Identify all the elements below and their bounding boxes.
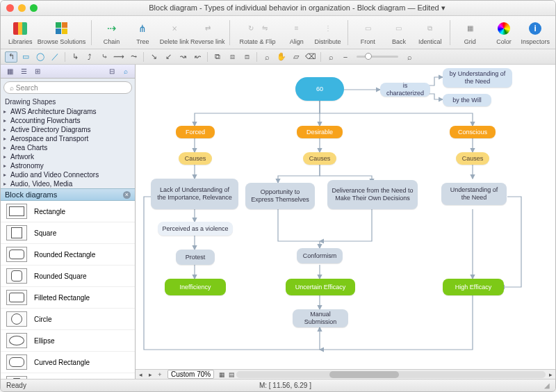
- category-item[interactable]: Artwork: [1, 152, 135, 161]
- canvas[interactable]: 60 is characterized by Understanding of …: [136, 65, 555, 379]
- category-item[interactable]: Active Directory Diagrams: [1, 125, 135, 134]
- connector-tool-5[interactable]: ⤳: [127, 51, 140, 63]
- node-forced[interactable]: Forced: [176, 126, 215, 138]
- zoom-minus-icon[interactable]: −: [339, 51, 352, 63]
- node-understanding[interactable]: Understanding of the Need: [441, 183, 507, 205]
- path-tool-1[interactable]: ↘: [147, 51, 160, 63]
- group-tool-3[interactable]: ⧈: [240, 51, 253, 63]
- shape-item[interactable]: Rectangle: [1, 201, 135, 222]
- ellipse-tool[interactable]: ◯: [34, 51, 47, 63]
- node-causes-2[interactable]: Causes: [303, 152, 336, 165]
- connector-tool-2[interactable]: ⤴: [83, 51, 96, 63]
- reverse-link-button[interactable]: ⇄ Reverse link: [192, 20, 224, 45]
- crop-tool[interactable]: ▱: [290, 51, 302, 63]
- shape-item[interactable]: Rounded Rectangle: [1, 244, 135, 266]
- category-item[interactable]: Area Charts: [1, 143, 135, 152]
- view-3-icon[interactable]: ⊞: [31, 66, 44, 77]
- view-2-icon[interactable]: ☰: [17, 66, 30, 77]
- chain-button[interactable]: ⇢ Chain: [97, 20, 126, 45]
- node-opportunity[interactable]: Opportunity to Express Themselves: [245, 183, 315, 209]
- hand-tool[interactable]: ✋: [275, 51, 288, 63]
- search-placeholder: Search: [16, 84, 38, 92]
- sidebar-search-icon[interactable]: ⌕: [120, 66, 132, 77]
- shape-item[interactable]: Rounded Square: [1, 266, 135, 287]
- libraries-button[interactable]: Libraries: [6, 20, 35, 45]
- close-window-button[interactable]: [6, 4, 14, 12]
- path-tool-2[interactable]: ↙: [162, 51, 174, 63]
- view-1-icon[interactable]: ▦: [3, 66, 16, 77]
- scroll-right-button[interactable]: ▸: [546, 371, 555, 378]
- view-mode-2[interactable]: ▤: [227, 371, 236, 378]
- node-inefficiency[interactable]: Inefficiency: [165, 279, 226, 295]
- category-item[interactable]: Audio and Video Connectors: [1, 170, 135, 179]
- shape-item[interactable]: Hexagon: [1, 373, 135, 379]
- node-causes-3[interactable]: Causes: [456, 152, 489, 165]
- shape-item[interactable]: Square: [1, 222, 135, 244]
- distribute-button[interactable]: ⋮ Distribute: [313, 20, 342, 45]
- shape-item[interactable]: Ellipse: [1, 330, 135, 352]
- connector-tool-3[interactable]: ⤷: [98, 51, 111, 63]
- grid-button[interactable]: ▦ Grid: [456, 20, 484, 45]
- shape-item[interactable]: Filleted Rectangle: [1, 287, 135, 309]
- node-by-will[interactable]: by the Will: [443, 94, 491, 106]
- browse-solutions-button[interactable]: Browse Solutions: [38, 20, 86, 45]
- zoom-in-tool[interactable]: ⌕: [261, 51, 273, 63]
- sidebar-grid-icon[interactable]: ⊟: [106, 66, 118, 77]
- category-item[interactable]: Aerospace and Transport: [1, 134, 135, 143]
- zoom-window-button[interactable]: [30, 4, 38, 12]
- minimize-window-button[interactable]: [18, 4, 26, 12]
- rotate-flip-button[interactable]: ↻⇋ Rotate & Flip: [236, 20, 280, 45]
- category-item[interactable]: Accounting Flowcharts: [1, 116, 135, 125]
- node-conformism[interactable]: Conformism: [297, 248, 343, 263]
- delete-link-button[interactable]: ⨯ Delete link: [160, 20, 189, 45]
- front-button[interactable]: ▭ Front: [354, 20, 382, 45]
- connector-tool-1[interactable]: ↳: [69, 51, 81, 63]
- group-tool-2[interactable]: ⧇: [226, 51, 238, 63]
- zoom-slider[interactable]: [357, 56, 398, 58]
- page-add-button[interactable]: +: [155, 371, 165, 378]
- identical-button[interactable]: ⧉ Identical: [416, 20, 444, 45]
- zoom-select[interactable]: Custom 70%: [167, 370, 214, 379]
- close-panel-button[interactable]: ×: [123, 191, 131, 199]
- node-by-need[interactable]: by Understanding of the Need: [443, 68, 512, 88]
- node-desirable[interactable]: Desirable: [297, 126, 343, 138]
- node-uncertain[interactable]: Uncertain Efficacy: [286, 279, 355, 295]
- group-tool-1[interactable]: ⧉: [211, 51, 224, 63]
- line-tool[interactable]: ／: [49, 51, 61, 63]
- pointer-tool[interactable]: ↰: [5, 51, 17, 63]
- category-item[interactable]: Audio, Video, Media: [1, 179, 135, 188]
- rect-tool[interactable]: ▭: [19, 51, 32, 63]
- resize-handle[interactable]: ◢: [544, 382, 550, 389]
- zoom-fit-icon[interactable]: ⌕: [403, 51, 416, 63]
- node-is-characterized[interactable]: is characterized: [380, 83, 430, 97]
- node-high[interactable]: High Efficacy: [443, 279, 504, 295]
- shape-item[interactable]: Circle: [1, 309, 135, 330]
- node-manual[interactable]: Manual Submission: [293, 309, 348, 327]
- node-deliverance[interactable]: Deliverance from the Need to Make Their …: [327, 180, 418, 209]
- page-next-button[interactable]: ▸: [145, 371, 155, 378]
- search-input[interactable]: ⌕ Search: [3, 81, 132, 94]
- eraser-tool[interactable]: ⌫: [304, 51, 317, 63]
- color-button[interactable]: Color: [490, 20, 518, 45]
- node-causes-1[interactable]: Causes: [179, 152, 212, 165]
- category-item[interactable]: AWS Architecture Diagrams: [1, 107, 135, 116]
- color-wheel-icon: [498, 22, 510, 35]
- shape-item[interactable]: Curved Rectangle: [1, 352, 135, 373]
- zoom-out-icon[interactable]: ⌕: [325, 51, 337, 63]
- view-mode-1[interactable]: ▦: [217, 371, 227, 378]
- tree-button[interactable]: ⋔ Tree: [129, 20, 157, 45]
- node-main[interactable]: 60: [295, 77, 344, 101]
- node-conscious[interactable]: Conscious: [450, 126, 496, 138]
- back-button[interactable]: ▭ Back: [385, 20, 414, 45]
- node-violence[interactable]: Perceived as a violence: [158, 222, 233, 236]
- node-protest[interactable]: Protest: [176, 250, 215, 265]
- align-button[interactable]: ≡ Align: [282, 20, 311, 45]
- inspectors-button[interactable]: i Inspectors: [521, 20, 550, 45]
- h-scrollbar[interactable]: [236, 371, 546, 378]
- category-item[interactable]: Astronomy: [1, 161, 135, 170]
- path-tool-3[interactable]: ↝: [177, 51, 189, 63]
- path-tool-4[interactable]: ↜: [191, 51, 204, 63]
- page-prev-button[interactable]: ◂: [136, 371, 145, 378]
- connector-tool-4[interactable]: ⟿: [113, 51, 125, 63]
- node-lack[interactable]: Lack of Understanding of the Importance,…: [151, 179, 238, 209]
